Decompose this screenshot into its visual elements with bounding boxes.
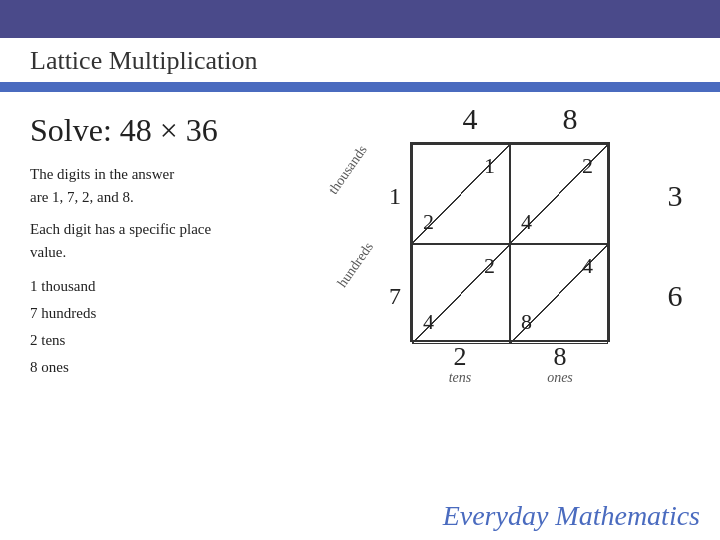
- grid-cell-0-1: 2 4: [510, 144, 608, 244]
- cell-top-0-1: 2: [582, 153, 593, 179]
- footer-label: Everyday Mathemati: [443, 500, 677, 531]
- desc-line4: value.: [30, 244, 66, 260]
- bottom-label-ones: ones: [510, 370, 610, 386]
- place-values: 1 thousand 7 hundreds 2 tens 8 ones: [30, 273, 340, 381]
- page-title: Lattice Multiplication: [0, 38, 720, 82]
- cell-bottom-0-1: 4: [521, 209, 532, 235]
- grid-cell-0-0: 1 2: [412, 144, 510, 244]
- place-value-4: 8 ones: [30, 354, 340, 381]
- desc-line3: Each digit has a specific place: [30, 221, 211, 237]
- col-header-4: 4: [420, 102, 520, 136]
- place-value-3: 2 tens: [30, 327, 340, 354]
- answer-row: 2 8: [410, 342, 610, 372]
- diag-label-hundreds: hundreds: [334, 239, 377, 290]
- cell-top-1-1: 4: [582, 253, 593, 279]
- each-digit-text: Each digit has a specific place value.: [30, 218, 340, 263]
- answer-cell-tens: 2: [410, 342, 510, 372]
- accent-bar: [0, 82, 720, 92]
- left-label-1: 1: [380, 146, 410, 246]
- left-row-labels: 1 7: [380, 146, 410, 346]
- cell-bottom-1-0: 4: [423, 309, 434, 335]
- place-value-1: 1 thousand: [30, 273, 340, 300]
- grid-cell-1-1: 4 8: [510, 244, 608, 344]
- row-header-6: 6: [660, 246, 690, 346]
- left-panel: Solve: 48 × 36 The digits in the answer …: [30, 112, 340, 422]
- header-bar: [0, 0, 720, 38]
- grid-cell-1-0: 2 4: [412, 244, 510, 344]
- footer-text: Everyday Mathematics: [443, 500, 700, 532]
- row-header-3: 3: [660, 146, 690, 246]
- left-label-7: 7: [380, 246, 410, 346]
- row-headers: 3 6: [660, 146, 690, 346]
- grid-row-2: 2 4 4 8: [412, 244, 608, 344]
- cell-top-0-0: 1: [484, 153, 495, 179]
- cell-top-1-0: 2: [484, 253, 495, 279]
- col-headers: 4 8: [420, 102, 620, 136]
- bottom-labels: tens ones: [410, 370, 610, 386]
- cell-bottom-1-1: 8: [521, 309, 532, 335]
- description-text: The digits in the answer are 1, 7, 2, an…: [30, 163, 340, 208]
- place-value-2: 7 hundreds: [30, 300, 340, 327]
- footer-clip: cs: [677, 500, 700, 531]
- main-content: Solve: 48 × 36 The digits in the answer …: [0, 92, 720, 422]
- solve-label: Solve: 48 × 36: [30, 112, 340, 149]
- right-panel: 4 8 1 7 1 2 2 4 2: [350, 102, 690, 422]
- cell-bottom-0-0: 2: [423, 209, 434, 235]
- col-header-8: 8: [520, 102, 620, 136]
- grid-row-1: 1 2 2 4: [412, 144, 608, 244]
- lattice-grid: 1 2 2 4 2 4 4 8: [410, 142, 610, 342]
- bottom-label-tens: tens: [410, 370, 510, 386]
- desc-line1: The digits in the answer: [30, 166, 174, 182]
- answer-cell-ones: 8: [510, 342, 610, 372]
- desc-line2: are 1, 7, 2, and 8.: [30, 189, 134, 205]
